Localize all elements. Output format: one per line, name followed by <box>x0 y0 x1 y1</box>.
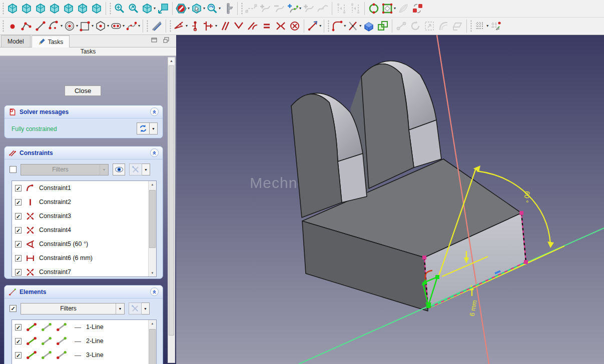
bspline-periodic-button[interactable] <box>367 1 381 16</box>
scroll-up-icon[interactable]: ▲ <box>149 181 156 188</box>
create-arc-button[interactable]: ▾ <box>48 18 63 34</box>
create-point-button[interactable] <box>6 18 20 34</box>
constraints-filter-checkbox[interactable] <box>10 166 17 173</box>
fit-all-button[interactable] <box>113 1 127 16</box>
symmetry-button[interactable] <box>394 18 408 34</box>
toolbar-grip[interactable] <box>327 20 330 32</box>
element-row[interactable]: ✓—1-Line <box>12 320 156 334</box>
dropdown-arrow-icon[interactable]: ▾ <box>344 24 346 28</box>
constraint-checkbox[interactable]: ✓ <box>15 241 22 248</box>
refresh-dropdown[interactable]: ▼ <box>150 122 158 134</box>
view-left-button[interactable] <box>90 1 104 16</box>
collapse-button[interactable] <box>150 108 159 116</box>
trim-edge-button[interactable]: ▾ <box>346 18 362 34</box>
constraint-checkbox[interactable]: ✓ <box>15 227 22 234</box>
constraint-checkbox[interactable]: ✓ <box>15 199 22 206</box>
dropdown-arrow-icon[interactable]: ▾ <box>203 6 205 10</box>
constraint-checkbox[interactable]: ✓ <box>15 213 22 220</box>
renumber-constraints-button[interactable] <box>410 1 424 16</box>
box-zoom-button[interactable] <box>156 1 170 16</box>
scroll-up-icon[interactable]: ▲ <box>149 320 156 327</box>
create-rectangle-button[interactable]: ▾ <box>79 18 94 34</box>
constraints-filter-combo[interactable]: Filters ▼ <box>21 164 109 176</box>
dropdown-arrow-icon[interactable]: ▾ <box>92 24 94 28</box>
dropdown-arrow-icon[interactable]: ▾ <box>394 6 396 10</box>
dropdown-arrow-icon[interactable]: ▾ <box>299 6 301 10</box>
elements-filter-checkbox[interactable]: ✓ <box>10 305 17 312</box>
constrain-symmetric-button[interactable] <box>274 18 288 34</box>
element-checkbox[interactable]: ✓ <box>15 352 22 358</box>
constraint-row[interactable]: ✓Constraint6 (6 mm) <box>12 251 156 265</box>
elements-header[interactable]: Elements <box>5 286 163 298</box>
measure-button[interactable] <box>221 1 235 16</box>
bspline-surface-button[interactable] <box>396 1 410 16</box>
dropdown-arrow-icon[interactable]: ▾ <box>107 24 109 28</box>
create-polygon-button[interactable]: ▾ <box>94 18 110 34</box>
bspline-by-knots-button[interactable]: ▾ <box>381 1 396 16</box>
constraint-row[interactable]: ✓Constraint2 <box>12 195 156 209</box>
element-row[interactable]: ✓—2-Line <box>12 334 156 348</box>
stop-operation-button[interactable]: ▾ <box>175 1 190 16</box>
bspline-join-button[interactable] <box>316 1 330 16</box>
element-row[interactable]: ✓—3-Line <box>12 348 156 362</box>
dropdown-arrow-icon[interactable]: ▾ <box>61 24 63 28</box>
view-top-button[interactable] <box>34 1 48 16</box>
constraint-checkbox[interactable]: ✓ <box>15 255 22 262</box>
dropdown-arrow-icon[interactable]: ▾ <box>359 24 361 28</box>
create-line-button[interactable] <box>34 18 48 34</box>
navigation-style-button[interactable]: ▾ <box>190 1 206 16</box>
toolbar-grip[interactable] <box>470 20 472 32</box>
constraint-row[interactable]: ✓Constraint7 <box>12 265 156 277</box>
element-checkbox[interactable]: ✓ <box>15 338 22 344</box>
constrain-block-button[interactable] <box>288 18 302 34</box>
bspline-convert-button[interactable] <box>244 1 258 16</box>
3d-viewport[interactable]: Mechnexus.co <box>176 35 604 364</box>
create-polyline-button[interactable] <box>20 18 34 34</box>
constraints-header[interactable]: Constraints <box>5 146 163 160</box>
view-axonometric-button[interactable] <box>6 1 20 16</box>
toolbar-grip[interactable] <box>2 20 5 32</box>
create-slot-button[interactable]: ▾ <box>110 18 125 34</box>
scroll-up-icon[interactable]: ▲ <box>168 58 175 64</box>
panel-scrollbar-thumb[interactable] <box>169 66 174 336</box>
constrain-perpendicular-button[interactable] <box>232 18 246 34</box>
constrain-angle-button[interactable]: ▾ <box>173 18 188 34</box>
solver-messages-header[interactable]: Solver messages <box>5 106 163 118</box>
move-button[interactable] <box>450 18 464 34</box>
create-circle-button[interactable]: ▾ <box>63 18 79 34</box>
scale-button[interactable] <box>422 18 436 34</box>
constrain-vertical-distance-button[interactable] <box>188 18 202 34</box>
dropdown-arrow-icon[interactable]: ▾ <box>76 24 78 28</box>
tab-model[interactable]: Model <box>1 35 31 47</box>
dropdown-arrow-icon[interactable]: ▾ <box>186 24 188 28</box>
dropdown-arrow-icon[interactable]: ▾ <box>486 24 488 28</box>
element-row[interactable]: ✓—4-Line <box>12 362 156 364</box>
tab-tasks[interactable]: Tasks <box>32 35 70 48</box>
close-button[interactable]: Close <box>65 86 101 96</box>
view-rear-button[interactable] <box>62 1 76 16</box>
dropdown-arrow-icon[interactable]: ▾ <box>319 24 321 28</box>
toggle-snap-button[interactable] <box>489 18 503 34</box>
constraints-settings-dropdown[interactable]: ▼ <box>142 164 150 176</box>
elements-filter-combo[interactable]: Filters ▼ <box>21 303 125 314</box>
toggle-grid-button[interactable]: ▾ <box>473 18 489 34</box>
constrain-lock-button[interactable]: ▾ <box>306 18 322 34</box>
collapse-button[interactable] <box>150 148 159 157</box>
collapse-button[interactable] <box>150 288 159 296</box>
constraint-checkbox[interactable]: ✓ <box>15 185 22 192</box>
elements-settings-dropdown[interactable]: ▼ <box>142 302 150 314</box>
create-fillet-button[interactable]: ▾ <box>331 18 346 34</box>
constraint-row[interactable]: ✓Constraint1 <box>12 181 156 195</box>
constraint-row[interactable]: ✓Constraint5 (60 °) <box>12 237 156 251</box>
view-front-button[interactable] <box>20 1 34 16</box>
bspline-knot-decrease-button[interactable] <box>302 1 316 16</box>
dropdown-arrow-icon[interactable]: ▾ <box>154 6 156 10</box>
constraint-checkbox[interactable]: ✓ <box>15 269 22 276</box>
bspline-degree-decrease-button[interactable] <box>272 1 286 16</box>
toolbar-grip[interactable] <box>169 20 172 32</box>
bspline-show-layer-button[interactable] <box>348 1 362 16</box>
panel-float-button[interactable] <box>163 36 170 42</box>
bspline-degree-increase-button[interactable] <box>258 1 272 16</box>
toolbar-grip[interactable] <box>241 2 243 15</box>
create-bspline-button[interactable]: ▾ <box>125 18 141 34</box>
